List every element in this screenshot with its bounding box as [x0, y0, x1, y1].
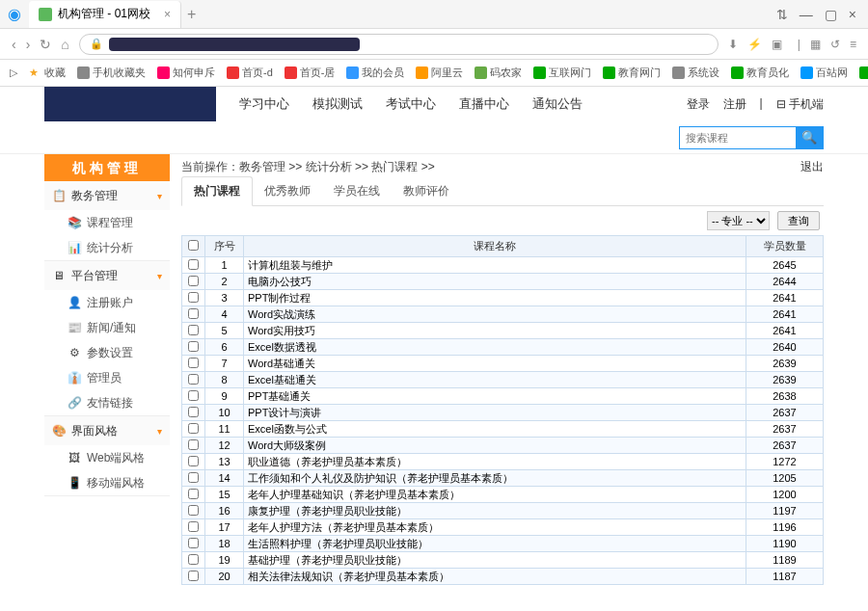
- user-link[interactable]: 注册: [723, 96, 746, 113]
- row-checkbox[interactable]: [188, 259, 199, 270]
- sync-icon[interactable]: ⇅: [776, 7, 788, 22]
- row-checkbox[interactable]: [188, 276, 199, 286]
- table-row: 12Word大师级案例2637: [182, 438, 824, 454]
- row-checkbox[interactable]: [188, 390, 199, 401]
- close-tab-icon[interactable]: ×: [164, 8, 171, 21]
- row-index: 14: [205, 470, 244, 487]
- bookmark-item[interactable]: 阿里云: [416, 66, 463, 80]
- row-checkbox[interactable]: [188, 358, 199, 368]
- row-checkbox[interactable]: [188, 308, 199, 319]
- page-tab[interactable]: 学员在线: [322, 177, 392, 205]
- sidebar-item[interactable]: 👔管理员: [44, 365, 170, 390]
- lock-icon: 🔒: [90, 38, 103, 50]
- page-tab[interactable]: 热门课程: [181, 176, 253, 206]
- sidebar-section-title[interactable]: 🎨界面风格▾: [44, 416, 170, 445]
- row-checkbox[interactable]: [188, 325, 199, 335]
- bookmark-item[interactable]: 青平化汀: [859, 66, 868, 80]
- row-checkbox[interactable]: [188, 472, 199, 483]
- row-checkbox[interactable]: [188, 439, 199, 450]
- row-checkbox[interactable]: [188, 521, 199, 532]
- pip-icon[interactable]: ▣: [772, 38, 782, 51]
- page-tab[interactable]: 教师评价: [392, 177, 461, 205]
- bookmark-label: 收藏: [44, 66, 66, 80]
- download-icon[interactable]: ⬇: [728, 38, 738, 51]
- search-input[interactable]: [680, 127, 796, 148]
- data-table: 序号课程名称学员数量 1计算机组装与维护26452电脑办公技巧26443PPT制…: [181, 235, 824, 585]
- row-checkbox[interactable]: [188, 423, 199, 434]
- student-count: 1205: [746, 470, 824, 487]
- bookmark-item[interactable]: 互联网门: [533, 66, 591, 80]
- row-checkbox[interactable]: [188, 341, 199, 352]
- row-checkbox[interactable]: [188, 554, 199, 565]
- back-icon[interactable]: ‹: [12, 37, 16, 52]
- bookmark-item[interactable]: 我的会员: [346, 66, 404, 80]
- bookmark-icon: ★: [29, 66, 41, 79]
- row-checkbox[interactable]: [188, 292, 199, 303]
- row-index: 15: [205, 487, 244, 503]
- course-name: 康复护理（养老护理员职业技能）: [244, 503, 746, 519]
- forward-icon[interactable]: ›: [26, 37, 31, 52]
- bookmark-item[interactable]: 首页-居: [285, 66, 336, 80]
- sidebar-item[interactable]: 🔗友情链接: [44, 390, 170, 415]
- sidebar-section-title[interactable]: 🖥平台管理▾: [44, 261, 170, 290]
- sidebar-item[interactable]: 👤注册账户: [44, 290, 170, 315]
- nav-item[interactable]: 考试中心: [386, 95, 436, 113]
- maximize-icon[interactable]: ▢: [825, 7, 837, 22]
- user-link[interactable]: 登录: [687, 96, 710, 113]
- url-bar[interactable]: 🔒: [79, 34, 719, 55]
- sidebar-item[interactable]: ⚙参数设置: [44, 340, 170, 365]
- sidebar-item[interactable]: 📊统计分析: [44, 235, 170, 260]
- query-button[interactable]: 查询: [777, 211, 820, 230]
- bookmark-item[interactable]: 系统设: [672, 66, 719, 80]
- bookmark-item[interactable]: 首页-d: [227, 66, 273, 80]
- bookmark-item[interactable]: 百站网: [800, 66, 848, 80]
- bookmark-item[interactable]: 教育员化: [731, 66, 789, 80]
- row-checkbox[interactable]: [188, 407, 199, 417]
- bookmark-item[interactable]: 教育网门: [603, 66, 661, 80]
- main-nav: 学习中心模拟测试考试中心直播中心通知公告: [239, 95, 583, 113]
- table-row: 13职业道德（养老护理员基本素质）1272: [182, 454, 824, 470]
- row-checkbox[interactable]: [188, 489, 199, 499]
- row-index: 3: [205, 290, 244, 306]
- exit-link[interactable]: 退出: [800, 159, 824, 175]
- row-checkbox[interactable]: [188, 505, 199, 516]
- table-header: [182, 236, 205, 257]
- item-icon: ⚙: [68, 346, 81, 359]
- menu-icon[interactable]: ≡: [850, 38, 856, 51]
- bookmark-item[interactable]: 手机收藏夹: [77, 66, 146, 80]
- row-checkbox[interactable]: [188, 538, 199, 548]
- nav-item[interactable]: 模拟测试: [312, 95, 363, 113]
- row-checkbox[interactable]: [188, 456, 199, 466]
- sidebar-item[interactable]: 📰新闻/通知: [44, 315, 170, 340]
- grid-icon[interactable]: ▦: [810, 38, 821, 51]
- sidebar-item[interactable]: 📱移动端风格: [44, 470, 170, 495]
- bookmark-label: 知何申斥: [173, 66, 215, 80]
- bookmark-item[interactable]: 知何申斥: [157, 66, 215, 80]
- row-checkbox[interactable]: [188, 374, 199, 385]
- bookmark-item[interactable]: ★收藏: [29, 66, 66, 80]
- browser-tab[interactable]: 机构管理 - 01网校 ×: [29, 1, 181, 28]
- history-icon[interactable]: ↺: [830, 38, 840, 51]
- row-index: 6: [205, 339, 244, 356]
- bolt-icon[interactable]: ⚡: [747, 38, 762, 51]
- select-all-checkbox[interactable]: [188, 240, 199, 251]
- sidebar-section-title[interactable]: 📋教务管理▾: [44, 181, 170, 210]
- minimize-icon[interactable]: —: [800, 7, 813, 22]
- bookmark-expand-icon[interactable]: ▷: [10, 66, 17, 79]
- user-link[interactable]: ⊟ 手机端: [776, 96, 824, 113]
- sidebar-item[interactable]: 📚课程管理: [44, 210, 170, 235]
- nav-item[interactable]: 直播中心: [459, 95, 509, 113]
- sidebar-item[interactable]: 🖼Web端风格: [44, 445, 170, 470]
- close-window-icon[interactable]: ×: [849, 7, 856, 22]
- student-count: 2637: [746, 438, 824, 454]
- nav-item[interactable]: 通知公告: [532, 95, 583, 113]
- nav-item[interactable]: 学习中心: [239, 95, 289, 113]
- search-button[interactable]: 🔍: [796, 127, 823, 148]
- bookmark-item[interactable]: 码农家: [475, 66, 522, 80]
- new-tab-button[interactable]: +: [187, 6, 196, 23]
- row-checkbox[interactable]: [188, 571, 199, 581]
- page-tab[interactable]: 优秀教师: [253, 177, 322, 205]
- reload-icon[interactable]: ↻: [40, 37, 51, 52]
- major-select[interactable]: -- 专业 --: [707, 211, 770, 230]
- home-icon[interactable]: ⌂: [61, 37, 68, 52]
